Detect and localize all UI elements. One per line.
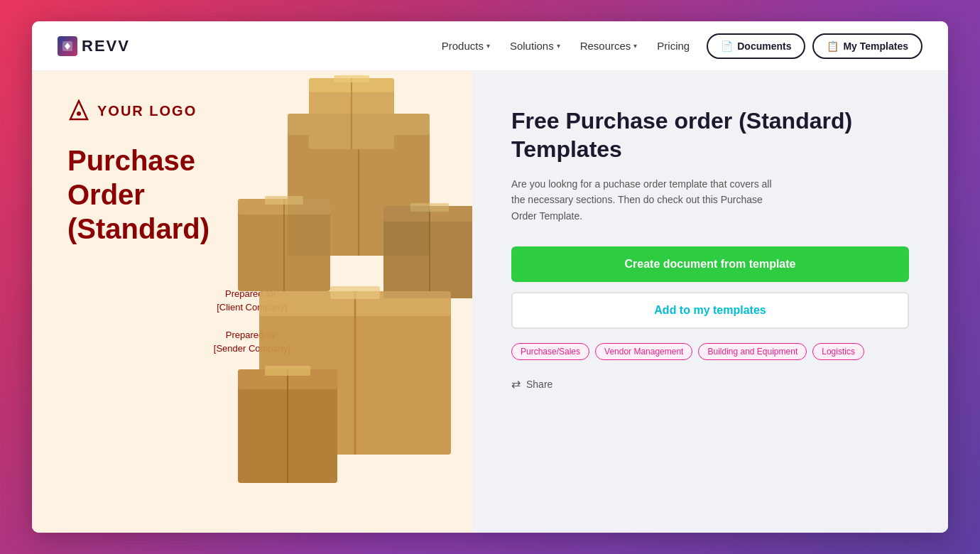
share-icon: ⇄: [511, 377, 521, 391]
nav-resources-label: Resources: [580, 40, 631, 52]
nav-pricing-label: Pricing: [657, 40, 690, 52]
nav-item-resources[interactable]: Resources ▾: [580, 40, 638, 52]
right-panel: Free Purchase order (Standard) Templates…: [472, 71, 948, 533]
logo-link[interactable]: REVV: [58, 36, 130, 56]
boxes-illustration: [231, 71, 472, 533]
template-description: Are you lookng for a puchase order templ…: [511, 176, 781, 224]
chevron-down-icon: ▾: [557, 42, 560, 50]
documents-icon: 📄: [721, 40, 733, 52]
svg-rect-26: [334, 75, 369, 82]
share-row[interactable]: ⇄ Share: [511, 377, 909, 391]
nav-solutions-link[interactable]: Solutions ▾: [510, 40, 560, 52]
nav-solutions-label: Solutions: [510, 40, 554, 52]
logo-icon: [58, 36, 77, 56]
add-to-templates-button[interactable]: Add to my templates: [511, 292, 909, 329]
documents-label: Documents: [737, 40, 791, 52]
tag-purchase-sales[interactable]: Purchase/Sales: [511, 343, 589, 360]
logo-shape-icon: [67, 99, 90, 122]
svg-rect-18: [330, 286, 380, 299]
nav-products-label: Products: [442, 40, 484, 52]
chevron-down-icon: ▾: [633, 42, 637, 50]
tag-vendor-management[interactable]: Vendor Management: [595, 343, 692, 360]
my-templates-label: My Templates: [843, 40, 908, 52]
share-label: Share: [526, 379, 552, 390]
chevron-down-icon: ▾: [486, 42, 490, 50]
nav-pricing-link[interactable]: Pricing: [657, 40, 690, 52]
svg-rect-28: [383, 206, 472, 298]
svg-rect-22: [265, 366, 310, 376]
tag-building-equipment[interactable]: Building and Equipment: [698, 343, 807, 360]
logo-text: REVV: [82, 37, 130, 55]
nav-item-solutions[interactable]: Solutions ▾: [510, 40, 560, 52]
svg-marker-1: [70, 101, 87, 119]
main-card: REVV Products ▾ Solutions ▾: [32, 21, 948, 533]
tag-logistics[interactable]: Logistics: [812, 343, 864, 360]
nav-resources-link[interactable]: Resources ▾: [580, 40, 638, 52]
navbar: REVV Products ▾ Solutions ▾: [32, 21, 948, 71]
nav-item-pricing[interactable]: Pricing: [657, 40, 690, 52]
nav-item-products[interactable]: Products ▾: [442, 40, 490, 52]
templates-icon: 📋: [827, 40, 839, 52]
content-area: YOUR LOGO Purchase Order (Standard) Prep…: [32, 71, 948, 533]
tags-row: Purchase/Sales Vendor Management Buildin…: [511, 343, 909, 360]
preview-logo-text: YOUR LOGO: [97, 103, 197, 119]
page-wrapper: REVV Products ▾ Solutions ▾: [0, 0, 980, 554]
preview-panel: YOUR LOGO Purchase Order (Standard) Prep…: [32, 71, 472, 533]
nav-links: Products ▾ Solutions ▾ Resources ▾: [442, 40, 690, 52]
svg-point-2: [77, 112, 81, 116]
my-templates-button[interactable]: 📋 My Templates: [812, 33, 922, 59]
documents-button[interactable]: 📄 Documents: [707, 33, 805, 59]
boxes-svg: [231, 71, 472, 483]
nav-products-link[interactable]: Products ▾: [442, 40, 490, 52]
create-document-button[interactable]: Create document from template: [511, 246, 909, 282]
template-title: Free Purchase order (Standard) Templates: [511, 107, 909, 163]
